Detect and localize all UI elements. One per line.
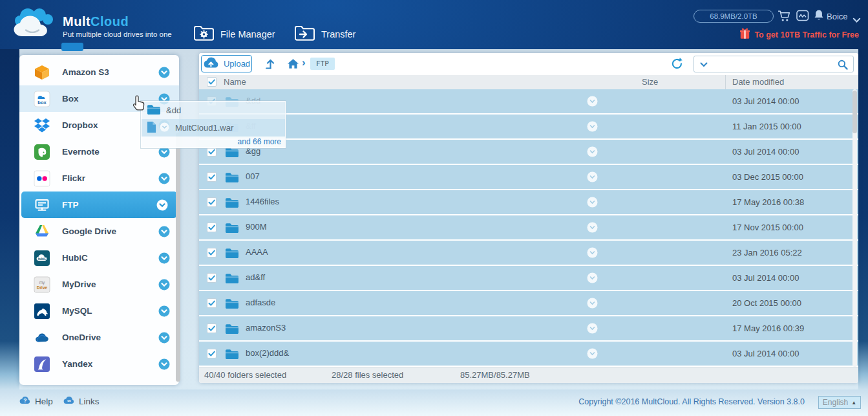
amazon-s3-icon xyxy=(34,64,50,81)
sidebar-item-label: HubiC xyxy=(62,253,88,263)
file-name: 007 xyxy=(246,171,260,181)
user-chevron-down-icon[interactable] xyxy=(852,14,861,26)
column-header-name[interactable]: Name xyxy=(224,77,246,87)
drag-item-name: MultCloud1.war xyxy=(175,123,233,133)
row-checkbox[interactable] xyxy=(207,298,217,308)
folder-icon xyxy=(225,147,238,157)
sidebar-item-flickr[interactable]: Flickr xyxy=(19,165,179,192)
help-cloud-icon: ? xyxy=(19,396,31,406)
ftp-icon xyxy=(34,197,50,213)
help-link[interactable]: ? Help xyxy=(19,396,53,406)
table-row[interactable]: &gg03 Jul 2014 00:00 xyxy=(199,140,858,165)
date-modified: 17 May 2016 00:39 xyxy=(732,323,804,333)
home-icon[interactable] xyxy=(287,58,299,69)
row-chevron-badge-icon[interactable] xyxy=(587,121,598,132)
table-row[interactable]: box(2)ddd&03 Jul 2014 00:00 xyxy=(199,342,858,367)
drag-item-name: &dd xyxy=(166,105,181,115)
breadcrumb-path[interactable]: FTP xyxy=(310,58,335,70)
table-row[interactable]: 1446files17 May 2016 00:38 xyxy=(199,190,858,215)
links-link[interactable]: ∞ Links xyxy=(63,396,100,406)
svg-text:my: my xyxy=(39,279,45,285)
refresh-icon[interactable] xyxy=(670,57,684,71)
row-chevron-badge-icon[interactable] xyxy=(587,298,598,309)
language-selector[interactable]: English ▲ xyxy=(818,396,861,409)
upload-button[interactable]: Upload xyxy=(201,55,252,72)
promo-text: To get 10TB Traffic for Free xyxy=(754,30,859,39)
row-chevron-badge-icon[interactable] xyxy=(587,171,598,182)
row-chevron-badge-icon[interactable] xyxy=(587,272,598,283)
tab-file-manager[interactable]: File Manager xyxy=(193,25,275,43)
row-chevron-badge-icon[interactable] xyxy=(587,197,598,208)
sidebar-item-onedrive[interactable]: OneDrive xyxy=(19,324,179,351)
table-row[interactable]: AAAA23 Jan 2016 05:22 xyxy=(199,241,858,266)
expand-chevron-icon[interactable] xyxy=(158,67,170,78)
expand-chevron-icon[interactable] xyxy=(158,279,170,290)
expand-chevron-icon[interactable] xyxy=(158,305,170,317)
expand-chevron-icon[interactable] xyxy=(158,226,170,237)
table-scrollbar-thumb[interactable] xyxy=(852,91,857,133)
sidebar-item-mysql[interactable]: MySQL xyxy=(19,298,179,324)
expand-chevron-icon[interactable] xyxy=(158,173,170,184)
search-dropdown-chevron-icon[interactable] xyxy=(700,62,708,67)
sidebar-item-yandex[interactable]: Yandex xyxy=(19,351,179,377)
row-checkbox[interactable] xyxy=(207,323,217,333)
search-icon[interactable] xyxy=(837,59,849,71)
expand-chevron-icon[interactable] xyxy=(158,358,170,370)
upload-cloud-icon xyxy=(203,57,219,71)
table-row[interactable]: ad&ff03 Jul 2014 00:00 xyxy=(199,266,858,291)
row-checkbox[interactable] xyxy=(207,197,217,207)
row-checkbox[interactable] xyxy=(207,349,217,358)
row-checkbox[interactable] xyxy=(207,172,217,182)
row-chevron-badge-icon[interactable] xyxy=(587,348,598,359)
row-checkbox[interactable] xyxy=(207,248,217,257)
folder-arrow-icon xyxy=(294,25,315,43)
language-label: English xyxy=(823,398,848,407)
row-checkbox[interactable] xyxy=(207,273,217,283)
folder-icon xyxy=(147,104,160,116)
row-chevron-badge-icon[interactable] xyxy=(587,222,598,233)
sidebar-item-label: FTP xyxy=(62,200,79,210)
row-checkbox[interactable] xyxy=(207,223,217,232)
row-checkbox[interactable] xyxy=(207,147,217,157)
table-scrollbar[interactable] xyxy=(852,89,857,367)
column-header-date-modified[interactable]: Date modified xyxy=(732,77,784,87)
table-row[interactable]: amazonS317 May 2016 00:39 xyxy=(199,316,858,342)
traffic-promo-link[interactable]: To get 10TB Traffic for Free xyxy=(739,28,859,41)
expand-chevron-icon[interactable] xyxy=(156,199,168,211)
go-up-icon[interactable] xyxy=(264,57,277,71)
table-row[interactable]: &dd03 Jul 2014 00:00 xyxy=(199,89,858,115)
cart-icon[interactable] xyxy=(778,10,791,25)
expand-chevron-icon[interactable] xyxy=(158,332,170,344)
table-row[interactable]: adfasde20 Oct 2015 00:00 xyxy=(199,291,858,316)
storage-usage-meter[interactable]: 68.9MB/2.0TB xyxy=(693,10,774,23)
selection-status-bar: 40/40 folders selected 28/28 files selec… xyxy=(199,367,858,383)
bell-icon[interactable] xyxy=(814,9,824,24)
column-header-size[interactable]: Size xyxy=(642,77,658,87)
table-row[interactable]: 900M17 Nov 2015 00:00 xyxy=(199,215,858,241)
sidebar-item-label: Evernote xyxy=(62,147,100,157)
folder-icon xyxy=(225,223,238,233)
activity-icon[interactable] xyxy=(796,10,809,24)
sidebar-item-mydrive[interactable]: myDriveMyDrive xyxy=(19,271,179,298)
row-chevron-badge-icon[interactable] xyxy=(587,96,598,107)
file-name: adfasde xyxy=(246,298,275,307)
select-all-checkbox[interactable] xyxy=(207,77,217,87)
folder-icon xyxy=(225,273,238,283)
sidebar-item-hubic[interactable]: hubiCHubiC xyxy=(19,245,179,271)
sidebar-item-google-drive[interactable]: Google Drive xyxy=(19,218,179,245)
search-input[interactable] xyxy=(711,57,836,72)
tab-transfer[interactable]: Transfer xyxy=(294,25,355,43)
row-chevron-badge-icon[interactable] xyxy=(587,247,598,258)
table-row[interactable]: 00703 Dec 2015 00:00 xyxy=(199,165,858,190)
box-icon: box xyxy=(34,91,50,107)
expand-chevron-icon[interactable] xyxy=(158,252,170,264)
sidebar-item-amazon-s3[interactable]: Amazon S3 xyxy=(19,59,179,85)
sidebar-item-ftp[interactable]: FTP xyxy=(21,192,177,218)
multcloud-app: MultCloud Put multiple cloud drives into… xyxy=(0,0,868,416)
table-row[interactable]: &ff11 Jan 2015 00:00 xyxy=(199,115,858,140)
tab-label: File Manager xyxy=(220,29,275,39)
sidebar-scrollbar[interactable] xyxy=(176,133,180,382)
row-chevron-badge-icon[interactable] xyxy=(587,323,598,334)
username[interactable]: Boice xyxy=(827,12,848,21)
row-chevron-badge-icon[interactable] xyxy=(587,146,598,157)
